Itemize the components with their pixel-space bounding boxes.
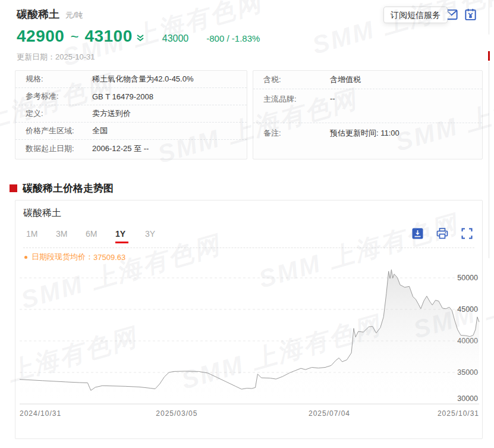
spec-label: 参考标准: [26, 91, 92, 102]
spec-value: -- [330, 94, 335, 103]
print-icon[interactable] [436, 228, 448, 239]
spec-row: 备注: 预估更新时间: 11:00 [253, 123, 482, 159]
svg-text:45000: 45000 [457, 305, 478, 314]
price-low: 42900 [17, 27, 64, 46]
spec-value: 全国 [92, 126, 108, 136]
page-edge-red-marker [488, 51, 490, 61]
spec-value: 预估更新时间: 11:00 [330, 128, 399, 139]
spec-row: 主流品牌: -- [253, 89, 482, 123]
spec-card-right: 含税: 含增值税 主流品牌: -- 备注: 预估更新时间: 11:00 [253, 70, 483, 159]
svg-text:2024/10/31: 2024/10/31 [20, 409, 61, 418]
spec-label: 价格产生区域: [26, 126, 92, 136]
legend-dot-icon [24, 256, 27, 259]
section-marker-icon [10, 184, 17, 192]
active-tab-underline [115, 242, 128, 243]
spec-value: 含增值税 [330, 74, 361, 85]
invoice-icon[interactable] [464, 8, 477, 21]
spec-value: 稀土氧化物含量为42.0-45.0% [92, 74, 194, 84]
spec-row: 参考标准: GB T 16479-2008 [15, 88, 247, 105]
price-down-icon [136, 34, 144, 45]
chart-title: 碳酸稀土 [23, 207, 61, 220]
spec-value: 卖方送到价 [92, 108, 131, 119]
legend-value: 37509.63 [93, 253, 125, 262]
price-high: 43100 [84, 27, 132, 46]
download-image-icon[interactable] [412, 228, 423, 239]
spec-label: 规格: [26, 74, 92, 84]
tab-3m[interactable]: 3M [56, 229, 86, 239]
chart-legend[interactable]: 日期段现货均价： 37509.63 [24, 252, 125, 262]
spec-value: 2006-12-25 至 -- [92, 143, 149, 154]
divider [23, 248, 474, 248]
price-header: 碳酸稀土 元/吨 42900 ~ 43100 43000 -800 / -1.8… [17, 7, 260, 62]
section-header: 碳酸稀土价格走势图 [10, 181, 114, 195]
update-date: 更新日期：2025-10-31 [17, 52, 260, 62]
page-edge-line [489, 0, 489, 35]
spec-card-left: 规格: 稀土氧化物含量为42.0-45.0% 参考标准: GB T 16479-… [15, 70, 247, 159]
price-range-separator: ~ [70, 29, 78, 45]
subscribe-sms-button[interactable]: 订阅短信服务 [383, 7, 448, 23]
legend-label: 日期段现货均价： [32, 252, 93, 262]
spec-label: 含税: [263, 74, 330, 85]
spec-label: 备注: [263, 128, 330, 139]
tab-3y[interactable]: 3Y [145, 229, 175, 239]
product-title: 碳酸稀土 [17, 7, 59, 21]
spec-label: 主流品牌: [263, 94, 330, 105]
chart-card: 碳酸稀土 1M 3M 6M 1Y 3Y 日期段现货均价： 37509.63 [15, 200, 483, 439]
svg-text:2025/03/05: 2025/03/05 [156, 409, 197, 418]
spec-row: 数据起止日期: 2006-12-25 至 -- [15, 140, 247, 157]
spec-row: 含税: 含增值税 [253, 71, 482, 89]
spec-row: 价格产生区域: 全国 [15, 123, 247, 140]
page-edge-line [489, 62, 489, 258]
spec-row: 定义: 卖方送到价 [15, 105, 247, 123]
svg-text:2025/10/31: 2025/10/31 [438, 409, 479, 418]
price-average: 43000 [162, 33, 189, 44]
tab-6m[interactable]: 6M [86, 229, 115, 239]
chart-toolbar [412, 228, 473, 239]
spec-label: 数据起止日期: [26, 143, 92, 154]
spec-value: GB T 16479-2008 [92, 92, 153, 101]
page: SMM 上海有色网 SMM 上海有色网 SMM 上海有色网 SMM 上海有色网 … [0, 0, 494, 448]
tab-1m[interactable]: 1M [26, 229, 56, 239]
spec-row: 规格: 稀土氧化物含量为42.0-45.0% [15, 71, 247, 88]
svg-text:2025/07/04: 2025/07/04 [309, 409, 350, 418]
tab-1y[interactable]: 1Y [115, 229, 145, 239]
svg-text:50000: 50000 [457, 274, 478, 282]
price-change: -800 / -1.83% [206, 33, 260, 43]
period-tabs: 1M 3M 6M 1Y 3Y [26, 229, 175, 239]
fullscreen-icon[interactable] [461, 228, 473, 239]
product-unit: 元/吨 [65, 10, 83, 21]
spec-label: 定义: [26, 108, 92, 119]
price-chart[interactable]: 30000350004000045000500002024/10/312025/… [20, 262, 483, 424]
section-title: 碳酸稀土价格走势图 [23, 181, 114, 195]
